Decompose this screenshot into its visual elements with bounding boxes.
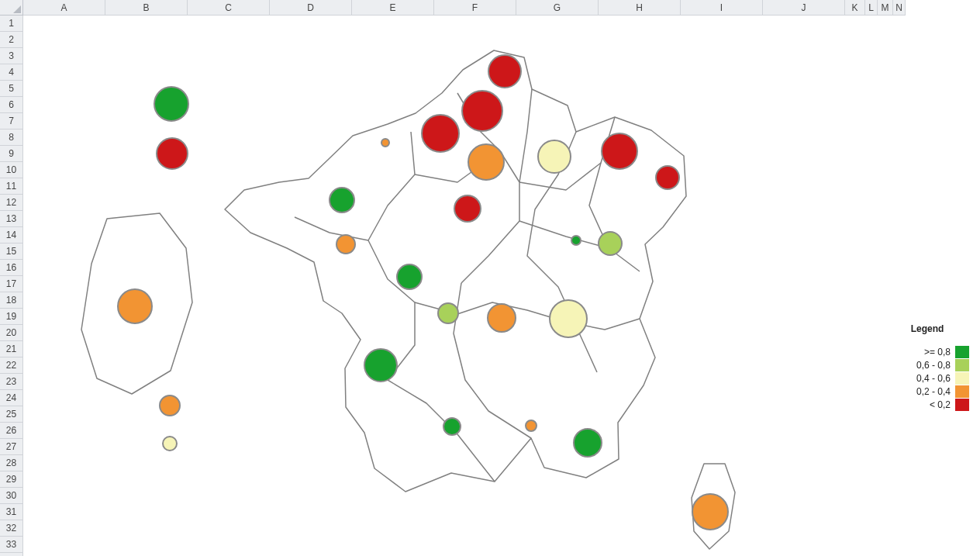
- row-header[interactable]: 31: [0, 504, 23, 520]
- column-header[interactable]: D: [270, 0, 352, 16]
- map-bubble[interactable]: [537, 140, 571, 174]
- legend-label: 0,6 - 0,8: [885, 360, 955, 371]
- row-header[interactable]: 19: [0, 309, 23, 325]
- map-bubble[interactable]: [329, 187, 355, 213]
- legend-title: Legend: [885, 323, 969, 334]
- row-header[interactable]: 18: [0, 292, 23, 309]
- map-bubble[interactable]: [655, 165, 680, 190]
- column-header[interactable]: B: [105, 0, 188, 16]
- legend-entry: 0,2 - 0,4: [885, 385, 969, 398]
- map-bubble[interactable]: [421, 114, 460, 153]
- map-bubble[interactable]: [487, 303, 516, 333]
- row-header[interactable]: 32: [0, 520, 23, 537]
- row-header[interactable]: 11: [0, 178, 23, 195]
- map-bubble[interactable]: [454, 195, 481, 223]
- column-header[interactable]: F: [434, 0, 516, 16]
- row-header[interactable]: 33: [0, 537, 23, 553]
- map-bubble[interactable]: [336, 234, 356, 254]
- row-header[interactable]: 13: [0, 211, 23, 227]
- row-header[interactable]: 21: [0, 341, 23, 357]
- legend-entry: < 0,2: [885, 398, 969, 411]
- column-header[interactable]: K: [845, 0, 865, 16]
- column-header[interactable]: L: [865, 0, 878, 16]
- select-all-corner[interactable]: [0, 0, 23, 16]
- legend-swatch: [955, 385, 969, 398]
- row-header[interactable]: 2: [0, 32, 23, 48]
- row-header[interactable]: 16: [0, 260, 23, 276]
- map-bubble[interactable]: [601, 133, 638, 170]
- map-bubble[interactable]: [571, 235, 581, 246]
- legend-swatch: [955, 359, 969, 371]
- map-chart[interactable]: Legend >= 0,80,6 - 0,80,4 - 0,60,2 - 0,4…: [23, 16, 980, 556]
- legend-swatch: [955, 346, 969, 358]
- map-bubble[interactable]: [468, 143, 505, 181]
- map-bubble[interactable]: [156, 137, 188, 170]
- row-header[interactable]: 23: [0, 374, 23, 390]
- row-header[interactable]: 26: [0, 423, 23, 439]
- row-header[interactable]: 7: [0, 113, 23, 130]
- row-header[interactable]: 5: [0, 81, 23, 97]
- legend-swatch: [955, 399, 969, 411]
- row-header[interactable]: 20: [0, 325, 23, 341]
- map-bubble[interactable]: [525, 420, 537, 432]
- map-bubble[interactable]: [159, 395, 181, 416]
- column-header[interactable]: I: [681, 0, 763, 16]
- legend-swatch: [955, 372, 969, 385]
- row-header[interactable]: 24: [0, 390, 23, 406]
- map-bubble[interactable]: [364, 348, 398, 382]
- row-header[interactable]: 22: [0, 357, 23, 374]
- row-header[interactable]: 25: [0, 406, 23, 423]
- map-bubble[interactable]: [692, 493, 729, 530]
- row-header[interactable]: 3: [0, 48, 23, 64]
- row-header[interactable]: 1: [0, 16, 23, 32]
- column-header[interactable]: M: [878, 0, 893, 16]
- row-header[interactable]: 8: [0, 130, 23, 146]
- column-header[interactable]: N: [893, 0, 906, 16]
- row-header[interactable]: 34: [0, 553, 23, 556]
- legend-entry: 0,6 - 0,8: [885, 358, 969, 371]
- column-header[interactable]: A: [23, 0, 105, 16]
- column-header[interactable]: H: [599, 0, 681, 16]
- map-bubble[interactable]: [154, 86, 189, 122]
- row-header[interactable]: 14: [0, 227, 23, 243]
- map-bubble[interactable]: [117, 288, 153, 324]
- map-bubble[interactable]: [549, 299, 588, 338]
- row-header[interactable]: 4: [0, 64, 23, 81]
- row-header[interactable]: 9: [0, 146, 23, 162]
- legend-label: < 0,2: [885, 399, 955, 410]
- row-header[interactable]: 15: [0, 243, 23, 260]
- map-bubble[interactable]: [437, 302, 459, 324]
- legend-label: 0,2 - 0,4: [885, 386, 955, 397]
- row-header[interactable]: 29: [0, 471, 23, 488]
- map-bubble[interactable]: [488, 54, 522, 88]
- legend-entry: >= 0,8: [885, 345, 969, 358]
- map-bubble[interactable]: [381, 138, 390, 147]
- map-bubble[interactable]: [396, 264, 423, 290]
- row-header[interactable]: 28: [0, 455, 23, 471]
- legend-label: >= 0,8: [885, 347, 955, 357]
- map-bubble[interactable]: [573, 428, 602, 458]
- spreadsheet-view: ABCDEFGHIJKLMN 1234567891011121314151617…: [0, 0, 980, 556]
- map-bubble[interactable]: [162, 436, 178, 451]
- row-header[interactable]: 30: [0, 488, 23, 504]
- row-header[interactable]: 12: [0, 195, 23, 211]
- row-header[interactable]: 17: [0, 276, 23, 292]
- map-bubble[interactable]: [443, 417, 461, 436]
- column-header[interactable]: J: [763, 0, 845, 16]
- column-header[interactable]: E: [352, 0, 434, 16]
- row-header[interactable]: 27: [0, 439, 23, 455]
- column-header[interactable]: C: [188, 0, 270, 16]
- legend-label: 0,4 - 0,6: [885, 373, 955, 384]
- map-bubble[interactable]: [598, 231, 623, 256]
- row-header[interactable]: 6: [0, 97, 23, 113]
- row-header[interactable]: 10: [0, 162, 23, 178]
- legend-entry: 0,4 - 0,6: [885, 371, 969, 385]
- column-header[interactable]: G: [516, 0, 599, 16]
- map-bubble[interactable]: [461, 90, 503, 132]
- legend: Legend >= 0,80,6 - 0,80,4 - 0,60,2 - 0,4…: [885, 323, 969, 411]
